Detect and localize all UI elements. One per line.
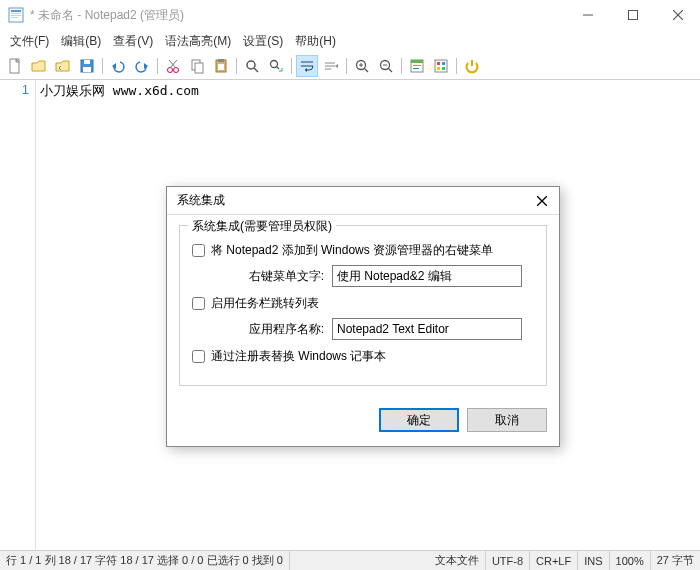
groupbox-legend: 系统集成(需要管理员权限) (188, 218, 336, 235)
replace-notepad-row: 通过注册表替换 Windows 记事本 (192, 348, 534, 365)
system-integration-dialog: 系统集成 系统集成(需要管理员权限) 将 Notepad2 添加到 Window… (166, 186, 560, 447)
jumplist-checkbox[interactable] (192, 297, 205, 310)
app-name-input[interactable] (332, 318, 522, 340)
context-text-row: 右键菜单文字: (214, 265, 534, 287)
app-name-row: 应用程序名称: (214, 318, 534, 340)
context-menu-label: 将 Notepad2 添加到 Windows 资源管理器的右键菜单 (211, 242, 493, 259)
replace-notepad-checkbox[interactable] (192, 350, 205, 363)
replace-notepad-label: 通过注册表替换 Windows 记事本 (211, 348, 386, 365)
integration-groupbox: 系统集成(需要管理员权限) 将 Notepad2 添加到 Windows 资源管… (179, 225, 547, 386)
dialog-close-button[interactable] (527, 189, 557, 213)
context-text-input[interactable] (332, 265, 522, 287)
context-menu-checkbox[interactable] (192, 244, 205, 257)
dialog-title-bar[interactable]: 系统集成 (167, 187, 559, 215)
context-menu-row: 将 Notepad2 添加到 Windows 资源管理器的右键菜单 (192, 242, 534, 259)
ok-button[interactable]: 确定 (379, 408, 459, 432)
dialog-title: 系统集成 (177, 192, 527, 209)
jumplist-row: 启用任务栏跳转列表 (192, 295, 534, 312)
dialog-overlay: 系统集成 系统集成(需要管理员权限) 将 Notepad2 添加到 Window… (0, 0, 700, 570)
jumplist-label: 启用任务栏跳转列表 (211, 295, 319, 312)
dialog-body: 系统集成(需要管理员权限) 将 Notepad2 添加到 Windows 资源管… (167, 215, 559, 402)
context-text-label: 右键菜单文字: (214, 268, 324, 285)
dialog-button-row: 确定 取消 (167, 402, 559, 446)
app-name-label: 应用程序名称: (214, 321, 324, 338)
cancel-button[interactable]: 取消 (467, 408, 547, 432)
